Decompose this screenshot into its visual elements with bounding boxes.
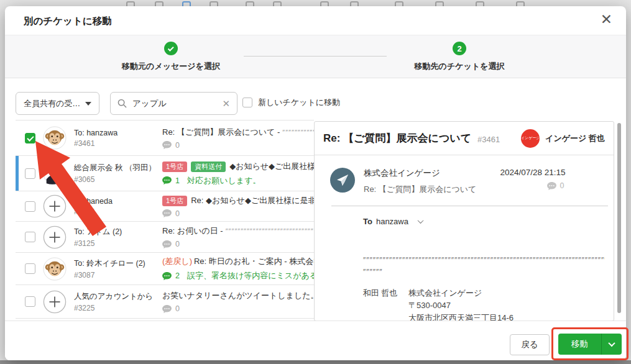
ticket-name: To: hanzawa <box>74 129 161 137</box>
ticket-row[interactable]: To: 鈴木イチロー (2) #3087 (差戻し) Re: 昨日のお礼・ご案内… <box>16 253 314 285</box>
comment-count: 1 <box>175 176 180 185</box>
comment-icon <box>547 182 556 190</box>
signature-address: 大阪市北区西天満三丁目14-6 <box>408 312 514 321</box>
move-dropdown-button[interactable] <box>601 334 622 355</box>
ticket-checkbox[interactable] <box>25 168 35 179</box>
quoted-text-line1: ″″″″″″″″″″″″″″″″″″″″″″″″″″″″″″″″″″″″″″″″… <box>363 255 605 266</box>
ticket-checkbox[interactable] <box>25 133 35 143</box>
stepper: 移動元のメッセージを選択 2 移動先のチケットを選択 <box>5 35 626 78</box>
toolbar-icon-fragment <box>182 1 191 6</box>
ticket-subject-line: Re: 【ご質問】展示会について - ″″″″″″″″″″″″″″″″″″″″″… <box>162 127 314 138</box>
ticket-meta-line: 1 対応お願いします。 <box>162 175 314 186</box>
modal-footer: 戻る 移動 <box>5 321 626 360</box>
toolbar-icon-fragment <box>395 1 403 6</box>
preview-ticket-number: #3461 <box>477 135 500 144</box>
ticket-subject: Re: 昨日のお礼・ご案内 - 株式会社アッフ <box>194 256 314 267</box>
search-input[interactable] <box>132 99 218 108</box>
ticket-checkbox[interactable] <box>25 201 35 212</box>
comment-count: 2 <box>175 271 180 280</box>
scrollbar[interactable] <box>617 123 621 313</box>
toolbar-icon-fragment <box>350 1 359 6</box>
ticket-badge: 資料送付 <box>191 162 226 172</box>
toolbar-icon-fragment <box>320 1 329 6</box>
quoted-text-line2: ″″″″″″ <box>363 266 605 278</box>
ticket-checkbox[interactable] <box>25 263 35 274</box>
clear-search-icon[interactable]: ✕ <box>222 98 230 109</box>
ticket-row[interactable]: To: アトム (2) #3125 Re: お伺いの日 - ″″″″″″″″″″… <box>16 222 314 253</box>
ticket-badges: 1号店 <box>162 196 191 205</box>
ticket-note: 対応お願いします。 <box>187 175 261 186</box>
ticket-checkbox[interactable] <box>25 232 35 242</box>
recipient-row: To hanzawa <box>363 217 614 226</box>
chevron-down-icon[interactable] <box>418 217 424 224</box>
avatar-dark-icon <box>43 162 67 185</box>
toolbar-icon-fragment <box>246 1 254 6</box>
step2-number-badge: 2 <box>453 42 466 55</box>
ticket-meta-line: 0 <box>162 304 314 313</box>
ticket-subject-line: 1号店資料送付 ◆お知らせ◆ご出展社様に是非 <box>162 161 314 172</box>
annotation-highlight-box: 移動 <box>551 327 629 360</box>
owner-name: インゲージ 哲也 <box>545 133 605 144</box>
inbox-dropdown[interactable]: 全員共有の受… <box>16 92 99 115</box>
toolbar-icon-fragment <box>273 1 282 6</box>
comment-icon <box>162 209 172 217</box>
avatar-plus-icon <box>43 290 67 314</box>
comment-count: 0 <box>175 304 180 313</box>
modal-header: 別のチケットに移動 ✕ <box>5 6 626 35</box>
ticket-badge: 1号店 <box>162 162 187 172</box>
ticket-subject: ◆お知らせ◆ご出展社様に是非 <box>229 161 314 172</box>
preview-message-header: 株式会社インゲージ Re: 【ご質問】展示会について 2024/07/28 21… <box>315 155 614 195</box>
background-toolbar-sliver <box>115 0 631 6</box>
chevron-down-icon <box>608 339 615 346</box>
ticket-meta-line: 2 誤字、署名抜け等内容にミスがあるので差 <box>162 270 314 281</box>
preview-header: Re: 【ご質問】展示会について #3461 インゲージ インゲージ 哲也 <box>315 122 614 155</box>
message-divider <box>331 206 608 206</box>
ticket-subject: Re: お伺いの日 - <box>162 225 223 237</box>
toolbar-icon-fragment <box>155 1 164 6</box>
preview-title: Re: 【ご質問】展示会について <box>323 131 471 145</box>
message-sender: 株式会社インゲージ <box>364 168 476 179</box>
comment-count: 0 <box>175 141 180 150</box>
ticket-subject-line: (差戻し) Re: 昨日のお礼・ご案内 - 株式会社アッフ <box>162 256 314 267</box>
step1-check-icon <box>164 42 178 55</box>
close-icon[interactable]: ✕ <box>601 12 612 27</box>
signature-block: 和田 哲也 株式会社インゲージ 〒530-0047 大阪市北区西天満三丁目14-… <box>363 287 614 321</box>
comment-count: 0 <box>175 240 180 248</box>
modal-content: To: hanzawa #3461 Re: 【ご質問】展示会について - ″″″… <box>5 118 626 321</box>
back-button[interactable]: 戻る <box>510 334 550 355</box>
move-button[interactable]: 移動 <box>558 334 601 355</box>
ticket-number: #3065 <box>74 175 161 184</box>
ticket-number: #3461 <box>74 139 161 148</box>
send-plane-icon <box>330 168 355 193</box>
ticket-row[interactable]: To: haneda #3094 1号店 Re: ◆お知らせ◆ご出展社様に是非ご… <box>16 191 314 222</box>
new-ticket-checkbox[interactable] <box>242 98 252 107</box>
owner-avatar: インゲージ <box>521 129 540 148</box>
background-page-strip <box>0 360 631 364</box>
ticket-row[interactable]: 総合展示会 秋 （羽田） #3065 1号店資料送付 ◆お知らせ◆ご出展社様に是… <box>16 156 314 191</box>
new-ticket-label: 新しいチケットに移動 <box>258 97 340 108</box>
toolbar-icon-fragment <box>435 1 444 6</box>
new-ticket-option[interactable]: 新しいチケットに移動 <box>242 97 340 108</box>
comment-count: 0 <box>175 209 180 218</box>
ticket-name: To: haneda <box>74 197 161 206</box>
search-box[interactable]: ✕ <box>110 92 237 115</box>
ticket-badge: 1号店 <box>162 196 187 206</box>
inbox-dropdown-value: 全員共有の受… <box>24 98 80 109</box>
ticket-name: 総合展示会 秋 （羽田） <box>74 163 161 173</box>
ticket-checkbox[interactable] <box>25 296 35 307</box>
step2-label: 移動先のチケットを選択 <box>391 61 528 72</box>
ticket-number: #3225 <box>74 304 161 312</box>
ticket-row[interactable]: To: hanzawa #3461 Re: 【ご質問】展示会について - ″″″… <box>16 121 314 156</box>
modal-title: 別のチケットに移動 <box>24 15 112 28</box>
ticket-row[interactable]: 人気のアカウントから #3225 お笑いナタリーさんがツイートしました。 ダウン… <box>16 285 314 319</box>
comment-icon <box>162 272 172 280</box>
ticket-note: 誤字、署名抜け等内容にミスがあるので差 <box>187 270 314 281</box>
preview-panel: Re: 【ご質問】展示会について #3461 インゲージ インゲージ 哲也 株式… <box>314 121 614 321</box>
ticket-meta-line: 0 <box>162 141 314 150</box>
ticket-subject: Re: 【ご質問】展示会について - <box>162 127 280 138</box>
message-date: 2024/07/28 21:15 <box>500 168 565 177</box>
signature-company: 株式会社インゲージ <box>408 287 514 299</box>
ticket-name: To: アトム (2) <box>74 227 161 237</box>
message-subject: Re: 【ご質問】展示会について <box>364 184 476 195</box>
ticket-subject: Re: ◆お知らせ◆ご出展社様に是非ご活用 <box>191 195 314 206</box>
